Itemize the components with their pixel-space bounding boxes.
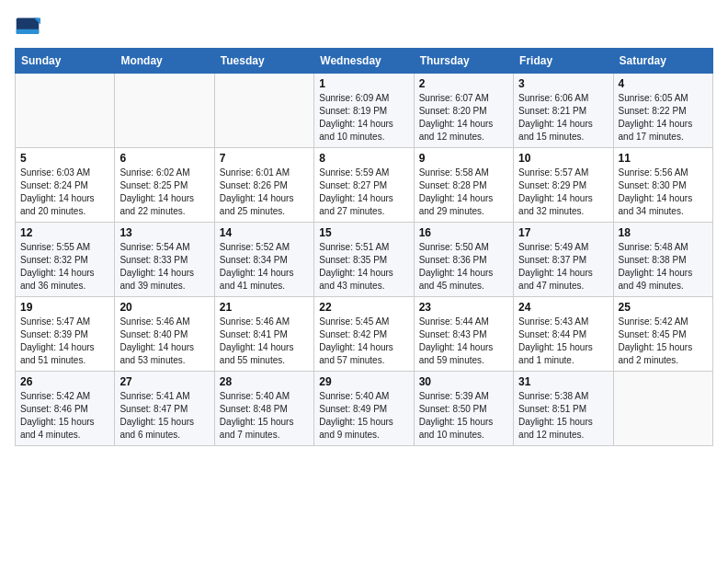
day-number: 8	[319, 152, 408, 165]
calendar-cell: 8Sunrise: 5:59 AM Sunset: 8:27 PM Daylig…	[314, 148, 414, 223]
day-number: 31	[518, 375, 608, 388]
day-number: 11	[619, 152, 708, 165]
day-info: Sunrise: 6:01 AM Sunset: 8:26 PM Dayligh…	[220, 167, 309, 218]
day-number: 29	[319, 375, 408, 388]
day-info: Sunrise: 5:54 AM Sunset: 8:33 PM Dayligh…	[119, 241, 209, 293]
day-number: 19	[20, 301, 109, 314]
calendar-cell: 1Sunrise: 6:09 AM Sunset: 8:19 PM Daylig…	[314, 74, 414, 148]
day-info: Sunrise: 5:57 AM Sunset: 8:29 PM Dayligh…	[518, 167, 608, 218]
header-day-sunday: Sunday	[16, 49, 115, 74]
header-day-thursday: Thursday	[414, 49, 513, 74]
day-info: Sunrise: 5:45 AM Sunset: 8:42 PM Dayligh…	[319, 316, 408, 367]
calendar-cell: 19Sunrise: 5:47 AM Sunset: 8:39 PM Dayli…	[16, 297, 115, 372]
day-info: Sunrise: 5:48 AM Sunset: 8:38 PM Dayligh…	[619, 241, 708, 293]
day-number: 28	[220, 375, 309, 388]
day-info: Sunrise: 5:40 AM Sunset: 8:49 PM Dayligh…	[319, 390, 408, 442]
calendar-cell: 9Sunrise: 5:58 AM Sunset: 8:28 PM Daylig…	[414, 148, 513, 223]
day-number: 10	[518, 152, 608, 165]
calendar-cell: 14Sunrise: 5:52 AM Sunset: 8:34 PM Dayli…	[214, 223, 313, 297]
day-info: Sunrise: 5:50 AM Sunset: 8:36 PM Dayligh…	[419, 241, 508, 293]
calendar-cell: 16Sunrise: 5:50 AM Sunset: 8:36 PM Dayli…	[414, 223, 513, 297]
calendar-cell: 4Sunrise: 6:05 AM Sunset: 8:22 PM Daylig…	[613, 74, 712, 148]
day-number: 26	[20, 375, 109, 388]
day-number: 25	[619, 301, 708, 314]
day-info: Sunrise: 5:38 AM Sunset: 8:51 PM Dayligh…	[518, 390, 608, 442]
calendar-cell: 3Sunrise: 6:06 AM Sunset: 8:21 PM Daylig…	[514, 74, 613, 148]
day-number: 12	[20, 226, 109, 239]
day-number: 5	[20, 152, 109, 165]
day-number: 20	[119, 301, 209, 314]
logo	[15, 15, 44, 40]
day-number: 14	[220, 226, 309, 239]
day-number: 3	[518, 77, 608, 90]
calendar-cell: 26Sunrise: 5:42 AM Sunset: 8:46 PM Dayli…	[16, 372, 115, 446]
calendar-header: SundayMondayTuesdayWednesdayThursdayFrid…	[16, 49, 713, 74]
calendar-cell: 30Sunrise: 5:39 AM Sunset: 8:50 PM Dayli…	[414, 372, 513, 446]
day-info: Sunrise: 6:07 AM Sunset: 8:20 PM Dayligh…	[419, 92, 508, 144]
svg-rect-2	[17, 29, 40, 34]
header-day-tuesday: Tuesday	[214, 49, 313, 74]
day-info: Sunrise: 5:46 AM Sunset: 8:40 PM Dayligh…	[119, 316, 209, 367]
day-info: Sunrise: 5:55 AM Sunset: 8:32 PM Dayligh…	[20, 241, 109, 293]
day-number: 13	[119, 226, 209, 239]
week-row-4: 26Sunrise: 5:42 AM Sunset: 8:46 PM Dayli…	[16, 372, 713, 446]
day-number: 2	[419, 77, 508, 90]
calendar-cell: 5Sunrise: 6:03 AM Sunset: 8:24 PM Daylig…	[16, 148, 115, 223]
calendar-cell: 15Sunrise: 5:51 AM Sunset: 8:35 PM Dayli…	[314, 223, 414, 297]
day-number: 27	[119, 375, 209, 388]
week-row-1: 5Sunrise: 6:03 AM Sunset: 8:24 PM Daylig…	[16, 148, 713, 223]
day-info: Sunrise: 5:41 AM Sunset: 8:47 PM Dayligh…	[119, 390, 209, 442]
calendar-cell: 20Sunrise: 5:46 AM Sunset: 8:40 PM Dayli…	[115, 297, 214, 372]
day-number: 7	[220, 152, 309, 165]
day-info: Sunrise: 6:05 AM Sunset: 8:22 PM Dayligh…	[619, 92, 708, 144]
day-info: Sunrise: 6:06 AM Sunset: 8:21 PM Dayligh…	[518, 92, 608, 144]
day-info: Sunrise: 5:49 AM Sunset: 8:37 PM Dayligh…	[518, 241, 608, 293]
calendar-cell: 21Sunrise: 5:46 AM Sunset: 8:41 PM Dayli…	[214, 297, 313, 372]
calendar-cell	[214, 74, 313, 148]
day-number: 30	[419, 375, 508, 388]
calendar-cell: 23Sunrise: 5:44 AM Sunset: 8:43 PM Dayli…	[414, 297, 513, 372]
day-info: Sunrise: 5:47 AM Sunset: 8:39 PM Dayligh…	[20, 316, 109, 367]
calendar-cell: 13Sunrise: 5:54 AM Sunset: 8:33 PM Dayli…	[115, 223, 214, 297]
day-info: Sunrise: 5:39 AM Sunset: 8:50 PM Dayligh…	[419, 390, 508, 442]
day-number: 22	[319, 301, 408, 314]
day-info: Sunrise: 5:52 AM Sunset: 8:34 PM Dayligh…	[220, 241, 309, 293]
day-number: 23	[419, 301, 508, 314]
day-info: Sunrise: 5:42 AM Sunset: 8:45 PM Dayligh…	[619, 316, 708, 367]
calendar-cell: 24Sunrise: 5:43 AM Sunset: 8:44 PM Dayli…	[514, 297, 613, 372]
calendar-cell: 27Sunrise: 5:41 AM Sunset: 8:47 PM Dayli…	[115, 372, 214, 446]
week-row-0: 1Sunrise: 6:09 AM Sunset: 8:19 PM Daylig…	[16, 74, 713, 148]
calendar-cell: 29Sunrise: 5:40 AM Sunset: 8:49 PM Dayli…	[314, 372, 414, 446]
calendar-cell: 7Sunrise: 6:01 AM Sunset: 8:26 PM Daylig…	[214, 148, 313, 223]
calendar-cell: 31Sunrise: 5:38 AM Sunset: 8:51 PM Dayli…	[514, 372, 613, 446]
calendar-cell	[613, 372, 712, 446]
page-header	[15, 15, 713, 40]
calendar-cell	[115, 74, 214, 148]
calendar-cell: 17Sunrise: 5:49 AM Sunset: 8:37 PM Dayli…	[514, 223, 613, 297]
header-day-friday: Friday	[514, 49, 613, 74]
day-info: Sunrise: 5:59 AM Sunset: 8:27 PM Dayligh…	[319, 167, 408, 218]
day-info: Sunrise: 5:58 AM Sunset: 8:28 PM Dayligh…	[419, 167, 508, 218]
calendar-cell: 6Sunrise: 6:02 AM Sunset: 8:25 PM Daylig…	[115, 148, 214, 223]
calendar-cell	[16, 74, 115, 148]
day-info: Sunrise: 5:56 AM Sunset: 8:30 PM Dayligh…	[619, 167, 708, 218]
day-number: 1	[319, 77, 408, 90]
day-info: Sunrise: 5:44 AM Sunset: 8:43 PM Dayligh…	[419, 316, 508, 367]
calendar-cell: 22Sunrise: 5:45 AM Sunset: 8:42 PM Dayli…	[314, 297, 414, 372]
logo-icon	[15, 15, 40, 40]
day-number: 9	[419, 152, 508, 165]
header-row: SundayMondayTuesdayWednesdayThursdayFrid…	[16, 49, 713, 74]
week-row-3: 19Sunrise: 5:47 AM Sunset: 8:39 PM Dayli…	[16, 297, 713, 372]
day-info: Sunrise: 6:09 AM Sunset: 8:19 PM Dayligh…	[319, 92, 408, 144]
calendar-cell: 10Sunrise: 5:57 AM Sunset: 8:29 PM Dayli…	[514, 148, 613, 223]
day-number: 21	[220, 301, 309, 314]
calendar-cell: 12Sunrise: 5:55 AM Sunset: 8:32 PM Dayli…	[16, 223, 115, 297]
calendar-cell: 11Sunrise: 5:56 AM Sunset: 8:30 PM Dayli…	[613, 148, 712, 223]
calendar-table: SundayMondayTuesdayWednesdayThursdayFrid…	[15, 48, 713, 446]
day-info: Sunrise: 5:40 AM Sunset: 8:48 PM Dayligh…	[220, 390, 309, 442]
day-info: Sunrise: 6:02 AM Sunset: 8:25 PM Dayligh…	[119, 167, 209, 218]
day-info: Sunrise: 5:46 AM Sunset: 8:41 PM Dayligh…	[220, 316, 309, 367]
day-info: Sunrise: 5:42 AM Sunset: 8:46 PM Dayligh…	[20, 390, 109, 442]
calendar-cell: 28Sunrise: 5:40 AM Sunset: 8:48 PM Dayli…	[214, 372, 313, 446]
day-number: 16	[419, 226, 508, 239]
